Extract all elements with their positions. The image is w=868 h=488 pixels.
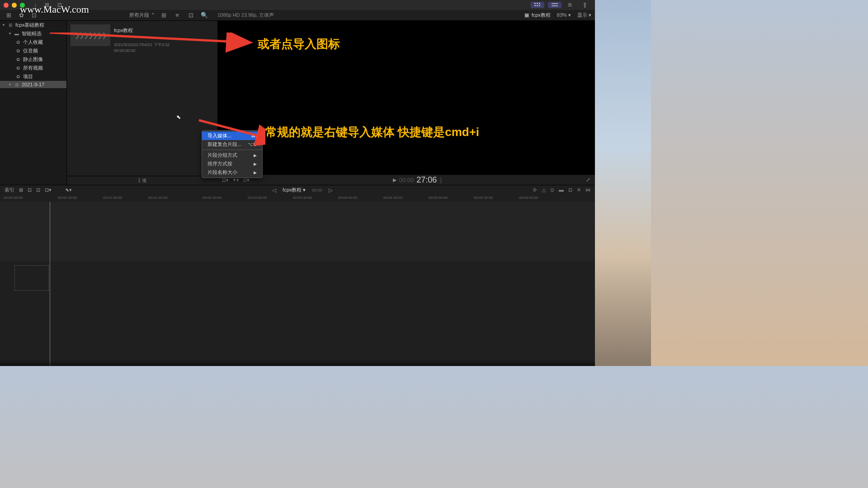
timecode-main: 27:06 <box>416 175 437 185</box>
tl-tool-a[interactable]: ⊡ <box>568 187 572 193</box>
library-icon[interactable]: ⊞ <box>4 12 14 19</box>
sidebar-stills[interactable]: ✿静止图像 <box>0 55 66 64</box>
tl-tool-2[interactable]: ⊡ <box>28 187 32 193</box>
sidebar-all-video[interactable]: ✿所有视频 <box>0 64 66 72</box>
svg-rect-2 <box>539 3 540 4</box>
tl-snapping[interactable]: ▬ <box>559 187 564 193</box>
svg-rect-7 <box>552 5 558 6</box>
timeline-track-area[interactable] <box>0 202 595 261</box>
timeline-duration: 00:00 <box>312 188 322 192</box>
ruler-mark: 00:03:00:00 <box>248 196 267 200</box>
browser-footer: 1 项 <box>67 176 217 185</box>
toolbar: ⊞ ✿ ⊡ 所有片段 ⌃ ⊞ ≡ ⊡ 🔍 1080p HD 23.98p, 立体… <box>0 10 595 21</box>
ruler-mark: 00:01:00:00 <box>103 196 122 200</box>
view-list-icon[interactable]: ≡ <box>172 12 182 19</box>
timeline-prev[interactable]: ◁ <box>272 187 276 193</box>
ruler-mark: 00:04:00:00 <box>338 196 357 200</box>
viewer-controls: ⊡▾ ✦▾ ⊙▾ ▶ 00:00 27:06 ‖ ⤢ <box>217 175 595 185</box>
format-info: 1080p HD 23.98p, 立体声 <box>217 12 274 19</box>
svg-rect-1 <box>537 3 538 4</box>
close-window-button[interactable] <box>4 3 9 8</box>
svg-rect-5 <box>539 5 540 6</box>
tl-tool-3[interactable]: ⊡ <box>36 187 40 193</box>
desktop-background <box>595 0 651 366</box>
play-button[interactable]: ▶ <box>393 177 396 183</box>
playback-controls: ▶ 00:00 27:06 ‖ <box>393 175 443 185</box>
svg-line-11 <box>199 120 261 136</box>
share-button[interactable]: ⬆ <box>578 0 591 10</box>
dock-shadow <box>0 360 595 366</box>
view-filmstrip-icon[interactable]: ⊡ <box>186 12 196 19</box>
svg-rect-6 <box>552 3 558 4</box>
timeline-toolbar: 索引 ⊞ ⊡ ⊡ ⊡▾ ⬉▾ ◁ fcpx教程 ▾ 00:00 ▷ ⊪ △ ⊙ … <box>0 185 595 195</box>
tl-solo[interactable]: ⊙ <box>550 187 554 193</box>
project-name-display: ▦ fcpx教程 <box>524 12 551 19</box>
tl-audio-skim[interactable]: △ <box>542 187 546 193</box>
search-icon[interactable]: 🔍 <box>199 12 209 19</box>
context-clip-name-size[interactable]: 片段名称大小▶ <box>202 168 262 177</box>
clips-filter-dropdown[interactable]: 所有片段 ⌃ <box>129 12 155 19</box>
tl-tool-4[interactable]: ⊡▾ <box>45 187 52 193</box>
fullscreen-button[interactable]: ⤢ <box>586 177 590 183</box>
ruler-mark: 00:03:30:00 <box>293 196 312 200</box>
tl-tool-1[interactable]: ⊞ <box>19 187 23 193</box>
timecode-prefix: 00:00 <box>399 177 414 183</box>
ruler-mark: 00:06:00:00 <box>519 196 538 200</box>
timeline-ruler[interactable]: 00:00:00:0000:00:30:0000:01:00:0000:01:3… <box>0 195 595 202</box>
timeline-next[interactable]: ▷ <box>329 187 333 193</box>
sidebar-projects[interactable]: ✿项目 <box>0 72 66 81</box>
cursor-icon: ⬉ <box>176 114 181 120</box>
tl-skimming[interactable]: ⊪ <box>533 187 538 193</box>
annotation-top: 或者点导入图标 <box>50 33 340 55</box>
svg-rect-4 <box>537 5 538 6</box>
context-group-by[interactable]: 片段分组方式▶ <box>202 150 262 160</box>
zoom-dropdown[interactable]: 83% ▾ <box>557 12 571 18</box>
svg-rect-0 <box>534 3 536 4</box>
ruler-mark: 00:00:00:00 <box>4 196 23 200</box>
minimize-window-button[interactable] <box>12 3 17 8</box>
timeline-project-name[interactable]: fcpx教程 ▾ <box>283 187 306 193</box>
ruler-mark: 00:01:30:00 <box>148 196 167 200</box>
timeline-body[interactable] <box>0 202 595 366</box>
inspector-button[interactable]: ≡ <box>565 0 575 10</box>
playhead[interactable] <box>50 202 50 366</box>
view-grid-icon[interactable]: ⊞ <box>159 12 169 19</box>
context-sort-by[interactable]: 排序方式按▶ <box>202 160 262 168</box>
arrow-icon <box>50 33 258 55</box>
arrow-icon <box>195 118 265 145</box>
svg-rect-3 <box>534 5 536 6</box>
empty-clip-placeholder <box>14 265 49 291</box>
display-dropdown[interactable]: 显示 ▾ <box>577 12 591 19</box>
list-view-button[interactable] <box>548 2 561 8</box>
tl-tool-c[interactable]: ⋈ <box>585 187 590 193</box>
svg-line-9 <box>50 33 249 42</box>
pointer-tool[interactable]: ⬉▾ <box>65 187 72 193</box>
watermark: www.MacW.com <box>20 4 89 15</box>
annotation-bottom: 常规的就是右键导入媒体 快捷键是cmd+i <box>195 118 479 145</box>
ruler-mark: 00:00:30:00 <box>58 196 77 200</box>
ruler-mark: 00:05:00:00 <box>429 196 448 200</box>
titlebar: ↓ ⊞ ⊡ ≡ ⬆ <box>0 0 595 10</box>
ruler-mark: 00:05:30:00 <box>474 196 493 200</box>
tl-tool-b[interactable]: ✕ <box>577 187 581 193</box>
library-header[interactable]: ▼⊞fcpx基础教程 <box>0 21 66 29</box>
ruler-mark: 00:04:30:00 <box>383 196 402 200</box>
grid-view-button[interactable] <box>531 2 544 8</box>
ruler-mark: 00:02:30:00 <box>203 196 222 200</box>
index-button[interactable]: 索引 <box>5 187 14 193</box>
sidebar-event[interactable]: ▼⊞2021-9-17 <box>0 81 66 88</box>
